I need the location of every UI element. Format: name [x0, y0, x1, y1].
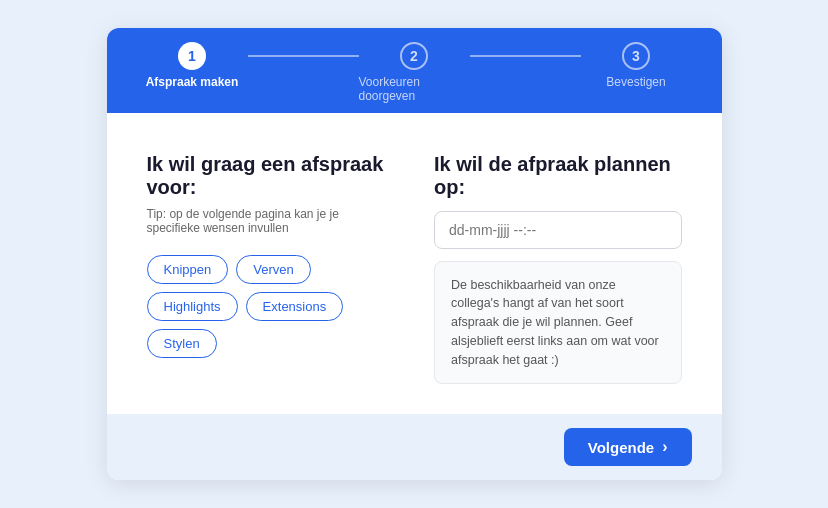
tags-container: KnippenVervenHighlightsExtensionsStylen	[147, 255, 395, 358]
date-input[interactable]	[434, 211, 682, 249]
step-3-circle: 3	[622, 42, 650, 70]
step-2: 2 Voorkeuren doorgeven	[359, 42, 470, 103]
tag-extensions[interactable]: Extensions	[246, 292, 344, 321]
step-3-label: Bevestigen	[606, 75, 665, 89]
left-title: Ik wil graag een afspraak voor:	[147, 153, 395, 199]
tag-knippen[interactable]: Knippen	[147, 255, 229, 284]
info-box: De beschikbaarheid van onze collega's ha…	[434, 261, 682, 385]
step-line-2	[470, 55, 581, 57]
step-2-circle: 2	[400, 42, 428, 70]
modal-container: 1 Afspraak maken 2 Voorkeuren doorgeven …	[107, 28, 722, 481]
step-2-label: Voorkeuren doorgeven	[359, 75, 470, 103]
next-label: Volgende	[588, 439, 654, 456]
left-tip: Tip: op de volgende pagina kan je je spe…	[147, 207, 395, 235]
footer: Volgende ›	[107, 414, 722, 480]
step-1: 1 Afspraak maken	[137, 42, 248, 89]
right-panel: Ik wil de afpraak plannen op: De beschik…	[434, 153, 682, 385]
step-1-label: Afspraak maken	[146, 75, 239, 89]
tag-verven[interactable]: Verven	[236, 255, 310, 284]
step-line-1	[248, 55, 359, 57]
chevron-right-icon: ›	[662, 438, 667, 456]
tag-stylen[interactable]: Stylen	[147, 329, 217, 358]
stepper: 1 Afspraak maken 2 Voorkeuren doorgeven …	[107, 28, 722, 113]
step-3: 3 Bevestigen	[581, 42, 692, 89]
tag-highlights[interactable]: Highlights	[147, 292, 238, 321]
right-title: Ik wil de afpraak plannen op:	[434, 153, 682, 199]
main-content: Ik wil graag een afspraak voor: Tip: op …	[107, 113, 722, 415]
next-button[interactable]: Volgende ›	[564, 428, 692, 466]
step-1-circle: 1	[178, 42, 206, 70]
left-panel: Ik wil graag een afspraak voor: Tip: op …	[147, 153, 395, 358]
